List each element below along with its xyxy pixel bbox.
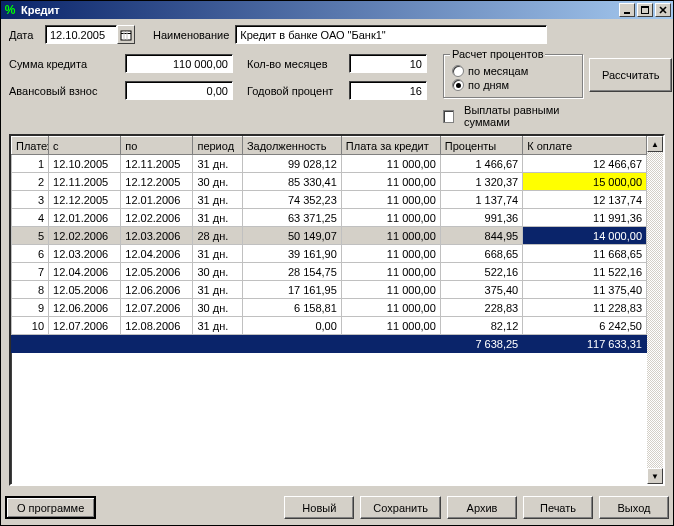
cell[interactable]: 3 (12, 191, 49, 209)
cell[interactable]: 74 352,23 (242, 191, 341, 209)
cell[interactable]: 31 дн. (193, 155, 242, 173)
cell[interactable]: 0,00 (242, 317, 341, 335)
cell[interactable]: 11 375,40 (523, 281, 647, 299)
cell[interactable]: 9 (12, 299, 49, 317)
cell[interactable]: 12.11.2005 (121, 155, 193, 173)
cell[interactable]: 30 дн. (193, 299, 242, 317)
col-credit-pay[interactable]: Плата за кредит (341, 137, 440, 155)
cell[interactable]: 11 000,00 (341, 263, 440, 281)
cell[interactable]: 11 000,00 (341, 155, 440, 173)
scroll-track[interactable] (647, 152, 663, 468)
cell[interactable]: 99 028,12 (242, 155, 341, 173)
cell[interactable]: 11 000,00 (341, 299, 440, 317)
cell[interactable]: 11 000,00 (341, 209, 440, 227)
cell[interactable]: 12.03.2006 (49, 245, 121, 263)
cell[interactable]: 522,16 (440, 263, 522, 281)
cell[interactable]: 12.07.2006 (121, 299, 193, 317)
cell[interactable]: 12 137,74 (523, 191, 647, 209)
cell[interactable]: 11 991,36 (523, 209, 647, 227)
titlebar[interactable]: % Кредит (1, 1, 673, 19)
cell[interactable]: 12.08.2006 (121, 317, 193, 335)
col-period[interactable]: период (193, 137, 242, 155)
col-interest[interactable]: Проценты (440, 137, 522, 155)
cell[interactable]: 14 000,00 (523, 227, 647, 245)
cell[interactable]: 1 466,67 (440, 155, 522, 173)
cell[interactable]: 11 228,83 (523, 299, 647, 317)
radio-by-months[interactable]: по месяцам (452, 65, 574, 77)
date-input[interactable] (45, 25, 117, 44)
date-picker-button[interactable] (117, 25, 135, 44)
cell[interactable]: 12.02.2006 (49, 227, 121, 245)
cell[interactable]: 12 466,67 (523, 155, 647, 173)
months-input[interactable] (349, 54, 427, 73)
cell[interactable]: 12.11.2005 (49, 173, 121, 191)
scroll-up-icon[interactable]: ▲ (647, 136, 663, 152)
cell[interactable]: 12.12.2005 (49, 191, 121, 209)
cell[interactable]: 85 330,41 (242, 173, 341, 191)
col-to[interactable]: по (121, 137, 193, 155)
advance-input[interactable] (125, 81, 233, 100)
cell[interactable]: 11 000,00 (341, 281, 440, 299)
table-row[interactable]: 612.03.200612.04.200631 дн.39 161,9011 0… (12, 245, 647, 263)
cell[interactable]: 844,95 (440, 227, 522, 245)
cell[interactable]: 6 242,50 (523, 317, 647, 335)
equal-pay-checkbox[interactable] (443, 110, 454, 123)
cell[interactable]: 12.01.2006 (49, 209, 121, 227)
cell[interactable]: 2 (12, 173, 49, 191)
cell[interactable]: 10 (12, 317, 49, 335)
table-row[interactable]: 312.12.200512.01.200631 дн.74 352,2311 0… (12, 191, 647, 209)
cell[interactable]: 228,83 (440, 299, 522, 317)
cell[interactable]: 12.07.2006 (49, 317, 121, 335)
table-row[interactable]: 1012.07.200612.08.200631 дн.0,0011 000,0… (12, 317, 647, 335)
cell[interactable]: 7 (12, 263, 49, 281)
minimize-button[interactable] (619, 3, 635, 17)
cell[interactable]: 1 320,37 (440, 173, 522, 191)
about-button[interactable]: О программе (5, 496, 96, 519)
col-payment[interactable]: Платеж (12, 137, 49, 155)
cell[interactable]: 12.02.2006 (121, 209, 193, 227)
cell[interactable]: 31 дн. (193, 281, 242, 299)
cell[interactable]: 11 000,00 (341, 317, 440, 335)
cell[interactable]: 31 дн. (193, 191, 242, 209)
cell[interactable]: 8 (12, 281, 49, 299)
cell[interactable]: 28 дн. (193, 227, 242, 245)
cell[interactable]: 63 371,25 (242, 209, 341, 227)
cell[interactable]: 12.03.2006 (121, 227, 193, 245)
col-from[interactable]: с (49, 137, 121, 155)
cell[interactable]: 28 154,75 (242, 263, 341, 281)
cell[interactable]: 4 (12, 209, 49, 227)
cell[interactable]: 12.01.2006 (121, 191, 193, 209)
close-button[interactable] (655, 3, 671, 17)
maximize-button[interactable] (637, 3, 653, 17)
table-row[interactable]: 212.11.200512.12.200530 дн.85 330,4111 0… (12, 173, 647, 191)
cell[interactable]: 17 161,95 (242, 281, 341, 299)
rate-input[interactable] (349, 81, 427, 100)
print-button[interactable]: Печать (523, 496, 593, 519)
col-debt[interactable]: Задолженность (242, 137, 341, 155)
name-input[interactable] (235, 25, 547, 44)
scroll-down-icon[interactable]: ▼ (647, 468, 663, 484)
payments-table[interactable]: Платеж с по период Задолженность Плата з… (9, 134, 665, 486)
table-row[interactable]: 912.06.200612.07.200630 дн.6 158,8111 00… (12, 299, 647, 317)
cell[interactable]: 39 161,90 (242, 245, 341, 263)
cell[interactable]: 12.06.2006 (49, 299, 121, 317)
cell[interactable]: 668,65 (440, 245, 522, 263)
cell[interactable]: 30 дн. (193, 263, 242, 281)
cell[interactable]: 11 000,00 (341, 173, 440, 191)
col-total[interactable]: К оплате (523, 137, 647, 155)
cell[interactable]: 30 дн. (193, 173, 242, 191)
cell[interactable]: 12.12.2005 (121, 173, 193, 191)
cell[interactable]: 31 дн. (193, 317, 242, 335)
cell[interactable]: 15 000,00 (523, 173, 647, 191)
cell[interactable]: 12.10.2005 (49, 155, 121, 173)
table-row[interactable]: 812.05.200612.06.200631 дн.17 161,9511 0… (12, 281, 647, 299)
table-row[interactable]: 412.01.200612.02.200631 дн.63 371,2511 0… (12, 209, 647, 227)
archive-button[interactable]: Архив (447, 496, 517, 519)
cell[interactable]: 6 158,81 (242, 299, 341, 317)
table-row[interactable]: 512.02.200612.03.200628 дн.50 149,0711 0… (12, 227, 647, 245)
cell[interactable]: 31 дн. (193, 245, 242, 263)
cell[interactable]: 12.05.2006 (121, 263, 193, 281)
cell[interactable]: 82,12 (440, 317, 522, 335)
vertical-scrollbar[interactable]: ▲ ▼ (647, 136, 663, 484)
cell[interactable]: 11 668,65 (523, 245, 647, 263)
